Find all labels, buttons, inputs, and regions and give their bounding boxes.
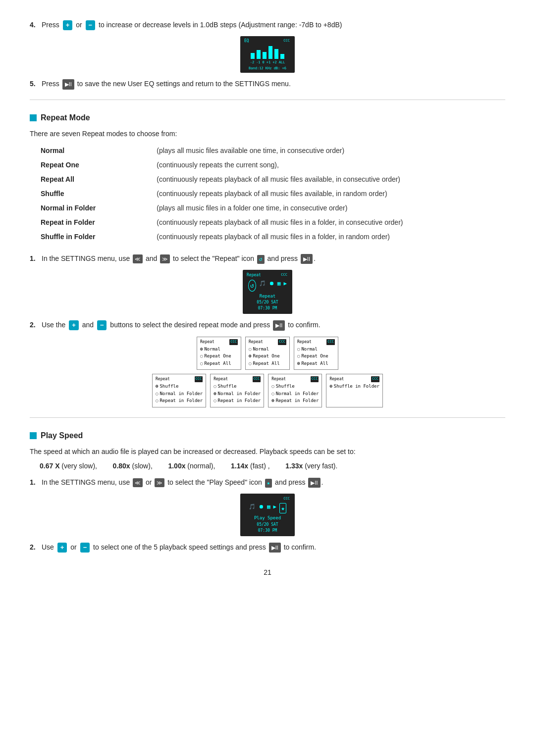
icon-circle: ⏺ — [269, 280, 274, 292]
mode-name-repeat-one: Repeat One — [41, 158, 156, 172]
screen-label-text: Repeat — [247, 293, 288, 300]
play-speed-step2-number: 2. — [30, 542, 42, 553]
rbox4-item3-label: Repeat in Folder — [160, 398, 203, 404]
mode-name-shuffle-folder: Shuffle in Folder — [41, 230, 156, 244]
screen-icon-row: ↺ 🎵 ⏺ ▦ ▶ — [247, 280, 288, 292]
radio-empty-11: ○ — [156, 391, 158, 398]
repeat-boxes-row2: Repeat CCC ⊙ Shuffle ○ Normal in Folder … — [30, 374, 505, 407]
ps-screen-time: 07:30 PM — [244, 528, 291, 534]
ps-icon-row: 🎵 ⏺ ▦ ▶ ★ — [244, 503, 291, 514]
rbox3-item2-label: Repeat One — [301, 353, 328, 360]
mode-name-shuffle: Shuffle — [41, 187, 156, 201]
repeat-device-screen: Repeat CCC ↺ 🎵 ⏺ ▦ ▶ Repeat 05/20 SAT 07… — [243, 270, 292, 314]
rbox1-item2: ○ Repeat One — [200, 353, 238, 360]
rbox3-top: Repeat CCC — [297, 339, 335, 345]
radio-filled-1: ⊙ — [200, 346, 203, 353]
rbox5-item3: ○ Repeat in Folder — [214, 398, 261, 404]
ps-icon3: ▦ — [267, 503, 270, 514]
mode-name-repeat-all: Repeat All — [41, 173, 156, 186]
rbox2-top: Repeat CCC — [249, 339, 286, 345]
eq-label-3: 0 — [263, 60, 265, 65]
repeat-screen-label: Repeat — [247, 272, 261, 278]
radio-filled-14: ⊙ — [214, 391, 216, 398]
mode-desc-repeat-one: (continuously repeats the current song), — [157, 158, 514, 172]
eq-title: EQ CCC — [244, 38, 291, 44]
radio-empty-2: ○ — [200, 353, 203, 360]
mode-name-normal: Normal — [41, 144, 156, 157]
page-number: 21 — [30, 567, 505, 578]
rbox4-item3: ○ Repeat in Folder — [156, 398, 203, 404]
rbox3-item2: ○ Repeat One — [297, 353, 335, 360]
screen-ccc: CCC — [280, 272, 288, 278]
rbox-shuffle-folder-selected: Repeat CCC ⊙ Shuffle in Folder — [326, 374, 383, 407]
table-row: Normal (plays all music files available … — [41, 144, 514, 157]
minus-btn-3: − — [80, 543, 90, 553]
step5-number: 5. — [30, 79, 42, 89]
eq-label: EQ — [244, 38, 249, 44]
mode-name-normal-folder: Normal in Folder — [41, 202, 156, 215]
eq-label-4: +1 — [267, 60, 270, 65]
rbox2-item2-label: Repeat One — [253, 353, 279, 360]
rbox1-title: Repeat — [200, 339, 214, 345]
ps-screen-date: 05/20 SAT — [244, 522, 291, 528]
rbox5-item3-label: Repeat in Folder — [218, 398, 261, 404]
repeat-mode-title: Repeat Mode — [30, 112, 505, 124]
speed-values-row: 0.67 X (very slow), 0.80x (slow), 1.00x … — [40, 461, 505, 471]
step4-text: Press + or − to increase or decrease lev… — [42, 20, 342, 30]
rbox2-item2: ⊙ Repeat One — [249, 353, 286, 360]
speed-1: 0.67 X (very slow), — [40, 461, 103, 471]
rbox4-item1-label: Shuffle — [160, 383, 178, 390]
table-row: Normal in Folder (plays all music files … — [41, 202, 514, 215]
repeat-boxes-row1: Repeat CCC ⊙ Normal ○ Repeat One ○ Repea… — [30, 337, 505, 370]
screen-time: 07:30 PM — [247, 305, 288, 311]
screen-top-row: Repeat CCC — [247, 272, 288, 278]
ps-icon2: ⏺ — [259, 503, 264, 514]
eq-bottom: Band:12 KHz dB: +6 — [244, 66, 291, 71]
or1: or — [146, 478, 154, 486]
table-row: Repeat All (continuously repeats playbac… — [41, 173, 514, 186]
ps-ccc: CCC — [282, 496, 291, 502]
table-row: Shuffle in Folder (continuously repeats … — [41, 230, 514, 244]
rbox3-item3-label: Repeat All — [301, 360, 328, 367]
eq-labels: -2 -1 0 +1 +2 ALL — [244, 60, 291, 65]
prev-nav-icon-2: ≪ — [133, 478, 143, 488]
rbox6-title: Repeat — [271, 376, 286, 382]
mode-desc-repeat-folder: (continuously repeats playback of all mu… — [157, 216, 514, 229]
rbox3-item1: ○ Normal — [297, 346, 335, 353]
rbox2-item3: ○ Repeat All — [249, 360, 286, 367]
repeat-step1-number: 1. — [30, 253, 42, 264]
rbox5-item2-label: Normal in Folder — [218, 391, 261, 398]
next-nav-icon-2: ≫ — [155, 478, 164, 488]
rbox4-title: Repeat — [156, 376, 170, 382]
rbox6-item2: ○ Normal in Folder — [271, 391, 319, 398]
rbox-repeat-all-selected: Repeat CCC ○ Normal ○ Repeat One ⊙ Repea… — [294, 337, 338, 370]
step4-line: 4. Press + or − to increase or decrease … — [30, 20, 505, 30]
play-pause-btn-3: ▶II — [308, 478, 320, 488]
step4-or: or — [76, 21, 82, 29]
eq-display-container: EQ CCC -2 -1 0 +1 +2 ALL Band:12 KHz dB:… — [30, 36, 505, 73]
play-speed-title: Play Speed — [30, 430, 505, 442]
step5-line: 5. Press ▶II to save the new User EQ set… — [30, 79, 505, 90]
table-row: Repeat in Folder (continuously repeats p… — [41, 216, 514, 229]
play-speed-screen-container: CCC 🎵 ⏺ ▦ ▶ ★ Play Speed 05/20 SAT 07:30… — [30, 494, 505, 536]
play-pause-icon: ▶II — [62, 79, 74, 90]
play-speed-intro: The speed at which an audio file is play… — [30, 447, 505, 457]
radio-empty-12: ○ — [156, 398, 158, 404]
icon-grid: ▦ — [277, 280, 281, 292]
screen-date: 05/20 SAT — [247, 300, 288, 305]
rbox2-item1-label: Normal — [253, 346, 269, 353]
repeat-screen-container: Repeat CCC ↺ 🎵 ⏺ ▦ ▶ Repeat 05/20 SAT 07… — [30, 270, 505, 314]
repeat-step1-line: 1. In the SETTINGS menu, use ≪ and ≫ to … — [30, 253, 505, 264]
rbox7-ccc: CCC — [371, 376, 379, 382]
plus-button: + — [63, 20, 73, 30]
radio-filled-5: ⊙ — [249, 353, 251, 360]
rbox7-item1-label: Shuffle in Folder — [334, 383, 379, 390]
prev-nav-icon: ≪ — [133, 254, 143, 264]
play-speed-step1-number: 1. — [30, 477, 42, 488]
radio-empty-8: ○ — [297, 353, 300, 360]
ps-screen-label: Play Speed — [244, 515, 291, 522]
play-speed-step2-text: Use + or − to select one of the 5 playba… — [42, 542, 316, 553]
step4-number: 4. — [30, 20, 42, 30]
repeat-step2-line: 2. Use the + and − buttons to select the… — [30, 320, 505, 331]
repeat-modes-table: Normal (plays all music files available … — [40, 143, 515, 245]
